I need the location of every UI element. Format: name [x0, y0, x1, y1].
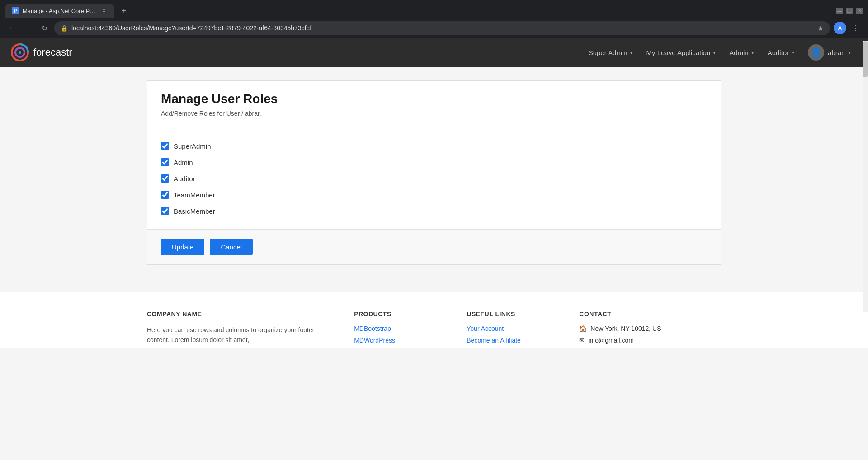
roles-section: SuperAdmin Admin Auditor TeamMember Basi… [147, 128, 721, 229]
footer-products-col: PRODUCTS MDBootstrap MDWordPress [354, 310, 448, 348]
teammember-checkbox[interactable] [161, 191, 169, 199]
update-button[interactable]: Update [161, 239, 204, 255]
footer-company-title: COMPANY NAME [147, 310, 336, 318]
footer-link-become-affiliate[interactable]: Become an Affiliate [467, 337, 561, 344]
auditor-checkbox[interactable] [161, 174, 169, 183]
scrollbar[interactable] [863, 41, 868, 312]
close-button[interactable]: ✕ [856, 8, 863, 14]
role-item-auditor: Auditor [161, 174, 707, 183]
superadmin-label: SuperAdmin [174, 142, 211, 150]
address-bar-area: ← → ↻ 🔒 localhost:44360/UserRoles/Manage… [0, 18, 868, 38]
nav-admin[interactable]: Admin ▼ [724, 45, 760, 60]
actions-section: Update Cancel [147, 229, 721, 265]
nav-super-admin[interactable]: Super Admin ▼ [583, 45, 639, 60]
address-bar[interactable]: 🔒 localhost:44360/UserRoles/Manage?userI… [54, 21, 830, 35]
logo-icon [11, 43, 29, 61]
dropdown-arrow-icon: ▼ [750, 50, 755, 55]
bookmark-icon[interactable]: ★ [817, 24, 824, 33]
footer-contact-col: CONTACT 🏠 New York, NY 10012, US ✉ info@… [579, 310, 721, 348]
footer-company-col: COMPANY NAME Here you can use rows and c… [147, 310, 336, 348]
basicmember-label: BasicMember [174, 207, 215, 215]
admin-label: Admin [174, 159, 193, 166]
address-text: localhost:44360/UserRoles/Manage?userId=… [71, 24, 814, 32]
lock-icon: 🔒 [61, 25, 68, 32]
nav-leave-application[interactable]: My Leave Application ▼ [641, 45, 722, 60]
svg-point-2 [19, 51, 21, 54]
nav-auditor[interactable]: Auditor ▼ [762, 45, 801, 60]
back-button[interactable]: ← [5, 22, 18, 34]
footer-address-text: New York, NY 10012, US [590, 325, 661, 332]
dropdown-arrow-icon: ▼ [791, 50, 795, 55]
tab-close-button[interactable]: × [100, 7, 108, 14]
footer-useful-links-title: USEFUL LINKS [467, 310, 561, 318]
footer-email: ✉ info@gmail.com [579, 337, 721, 344]
auditor-label: Auditor [174, 175, 195, 183]
dropdown-arrow-icon: ▼ [712, 50, 717, 55]
extensions-button[interactable]: ⋮ [848, 21, 863, 35]
forward-button[interactable]: → [22, 22, 34, 34]
footer-useful-links-col: USEFUL LINKS Your Account Become an Affi… [467, 310, 561, 348]
profile-button[interactable]: A [834, 22, 846, 34]
footer: COMPANY NAME Here you can use rows and c… [0, 292, 868, 348]
reload-button[interactable]: ↻ [38, 22, 51, 34]
user-name: abrar [828, 49, 844, 56]
role-item-basicmember: BasicMember [161, 207, 707, 215]
app-navbar: forecastr Super Admin ▼ My Leave Applica… [0, 38, 868, 67]
app-logo[interactable]: forecastr [11, 43, 72, 61]
home-icon: 🏠 [579, 325, 587, 332]
tab-title: Manage - Asp.Net Core PostGRE... [23, 8, 97, 14]
scrollbar-thumb[interactable] [863, 41, 868, 77]
minimize-button[interactable]: — [836, 8, 843, 14]
footer-products-title: PRODUCTS [354, 310, 448, 318]
user-dropdown-arrow-icon: ▼ [847, 50, 852, 55]
basicmember-checkbox[interactable] [161, 207, 169, 215]
teammember-label: TeamMember [174, 191, 215, 199]
tab-favicon: P [12, 7, 19, 14]
user-icon: 👤 [811, 47, 822, 58]
admin-checkbox[interactable] [161, 158, 169, 166]
new-tab-button[interactable]: + [118, 5, 130, 17]
footer-email-text: info@gmail.com [588, 337, 634, 344]
footer-link-mdwordpress[interactable]: MDWordPress [354, 337, 448, 344]
email-icon: ✉ [579, 337, 585, 344]
superadmin-checkbox[interactable] [161, 142, 169, 150]
footer-contact-title: CONTACT [579, 310, 721, 318]
footer-link-your-account[interactable]: Your Account [467, 325, 561, 332]
main-content: Manage User Roles Add/Remove Roles for U… [138, 67, 730, 278]
browser-tab[interactable]: P Manage - Asp.Net Core PostGRE... × [5, 4, 114, 18]
footer-company-text: Here you can use rows and columns to org… [147, 325, 336, 345]
page-header: Manage User Roles Add/Remove Roles for U… [147, 80, 721, 128]
nav-items: Super Admin ▼ My Leave Application ▼ Adm… [583, 41, 857, 64]
cancel-button[interactable]: Cancel [210, 239, 253, 255]
dropdown-arrow-icon: ▼ [629, 50, 634, 55]
nav-user-menu[interactable]: 👤 abrar ▼ [802, 41, 857, 64]
role-item-teammember: TeamMember [161, 191, 707, 199]
footer-address: 🏠 New York, NY 10012, US [579, 325, 721, 332]
browser-chrome: P Manage - Asp.Net Core PostGRE... × + —… [0, 0, 868, 38]
role-item-superadmin: SuperAdmin [161, 142, 707, 150]
page-subtitle: Add/Remove Roles for User / abrar. [161, 110, 707, 117]
restore-button[interactable]: ❐ [846, 8, 853, 14]
logo-text: forecastr [33, 47, 72, 58]
role-item-admin: Admin [161, 158, 707, 166]
footer-link-mdbootstrap[interactable]: MDBootstrap [354, 325, 448, 332]
page-title: Manage User Roles [161, 92, 707, 106]
avatar: 👤 [808, 44, 824, 61]
